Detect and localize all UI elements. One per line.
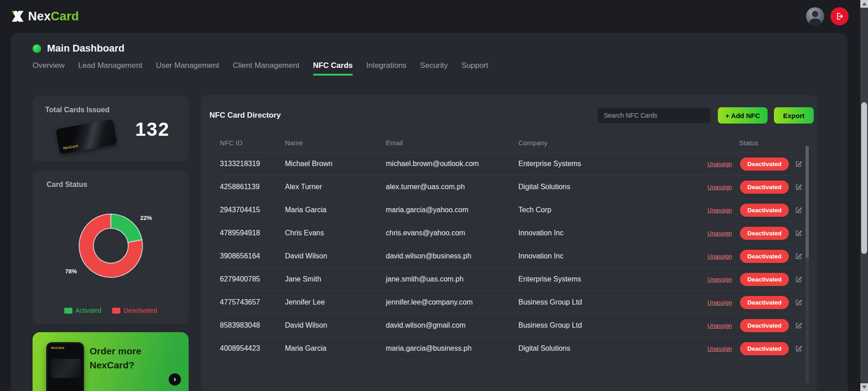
unassign-link[interactable]: Unassign	[707, 299, 732, 306]
order-more-promo-card[interactable]: NexCard Order more NexCard? ›	[33, 332, 189, 391]
edit-button[interactable]	[795, 183, 802, 191]
nav-tab[interactable]: Overview	[33, 61, 65, 76]
cell-actions: Unassign Deactivated	[707, 157, 802, 171]
table-row: 8583983048 David Wilson david.wilson@gma…	[220, 314, 797, 337]
directory-title: NFC Card Directory	[209, 111, 281, 120]
nfc-table: NFC ID Name Email Company Status 3133218…	[220, 134, 797, 360]
cell-company: Innovation Inc	[518, 252, 707, 260]
nav-tab[interactable]: User Management	[156, 61, 219, 76]
cell-name: Michael Brown	[285, 160, 386, 168]
unassign-link[interactable]: Unassign	[707, 253, 732, 260]
cell-company: Enterprise Systems	[518, 160, 707, 168]
window-scrollbar[interactable]	[860, 0, 868, 391]
scroll-up-button[interactable]	[860, 0, 868, 8]
page-title: Main Dashboard	[47, 43, 124, 54]
cell-company: Digital Solutions	[518, 183, 707, 191]
nav-tab[interactable]: Support	[461, 61, 489, 76]
donut-label-deactivated: 78%	[65, 268, 77, 275]
edit-pencil-icon	[795, 253, 802, 260]
status-badge: Deactivated	[740, 342, 789, 355]
cell-email: alex.turner@uas.com.ph	[386, 183, 518, 191]
edit-button[interactable]	[795, 206, 802, 214]
nav-tab[interactable]: Client Management	[232, 61, 299, 76]
edit-pencil-icon	[795, 160, 802, 168]
table-row: 6279400785 Jane Smith jane.smith@uas.com…	[220, 268, 797, 291]
donut-label-activated: 22%	[140, 215, 152, 221]
scrollbar-thumb[interactable]	[861, 102, 867, 254]
cell-name: Maria Garcia	[285, 206, 386, 214]
card-status-card: Card Status 22% 78% Activated Deactivate…	[33, 171, 189, 324]
unassign-link[interactable]: Unassign	[707, 161, 732, 167]
cell-nfc-id: 6279400785	[220, 275, 285, 283]
cell-nfc-id: 2943704415	[220, 206, 285, 214]
cell-company: Business Group Ltd	[518, 321, 707, 329]
cell-actions: Unassign Deactivated	[707, 227, 802, 240]
nav-tab[interactable]: Security	[420, 61, 448, 76]
export-button[interactable]: Export	[774, 107, 814, 124]
cell-name: Jennifer Lee	[285, 298, 386, 306]
card-status-donut-chart	[60, 195, 162, 297]
status-badge: Deactivated	[740, 227, 789, 240]
cell-name: Alex Turner	[285, 183, 386, 191]
status-badge: Deactivated	[740, 181, 789, 194]
cell-actions: Unassign Deactivated	[707, 250, 802, 263]
logout-button[interactable]	[830, 7, 849, 25]
cell-nfc-id: 3908656164	[220, 252, 285, 260]
add-nfc-button[interactable]: + Add NFC	[718, 107, 768, 124]
edit-pencil-icon	[795, 299, 802, 306]
page-header: Main Dashboard	[33, 43, 124, 54]
edit-button[interactable]	[795, 160, 802, 168]
edit-button[interactable]	[795, 253, 802, 260]
scroll-down-icon	[862, 386, 867, 389]
phone-screen-card	[51, 359, 81, 378]
nav-tab[interactable]: Integrations	[366, 61, 407, 76]
unassign-link[interactable]: Unassign	[707, 184, 732, 191]
edit-button[interactable]	[795, 345, 802, 353]
cell-email: jane.smith@uas.com.ph	[386, 275, 518, 283]
column-header-company: Company	[518, 139, 707, 147]
edit-button[interactable]	[795, 322, 802, 329]
table-row: 3908656164 David Wilson david.wilson@bus…	[220, 245, 797, 268]
unassign-link[interactable]: Unassign	[707, 276, 732, 283]
edit-button[interactable]	[795, 276, 802, 283]
column-header-status: Status	[707, 139, 797, 147]
cell-nfc-id: 8583983048	[220, 321, 285, 329]
table-scrollbar-thumb[interactable]	[806, 146, 809, 258]
cell-actions: Unassign Deactivated	[707, 181, 802, 194]
nexcard-logo-icon	[11, 10, 24, 23]
nav-tab[interactable]: Lead Management	[78, 61, 142, 76]
edit-pencil-icon	[795, 206, 802, 214]
cell-email: david.wilson@gmail.com	[386, 321, 518, 329]
total-cards-title: Total Cards Issued	[45, 106, 109, 114]
legend-swatch-activated	[64, 308, 72, 314]
cell-name: Chris Evans	[285, 229, 386, 237]
cell-nfc-id: 4258861139	[220, 183, 285, 191]
cell-email: michael.brown@outlook.com	[386, 160, 518, 168]
table-row: 4789594918 Chris Evans chris.evans@yahoo…	[220, 222, 797, 245]
user-avatar[interactable]	[806, 7, 824, 25]
status-badge: Deactivated	[740, 204, 789, 217]
cell-nfc-id: 4008954423	[220, 344, 285, 353]
edit-button[interactable]	[795, 299, 802, 306]
legend-swatch-deactivated	[112, 308, 120, 314]
brand-logo[interactable]: NexCard	[11, 10, 79, 24]
unassign-link[interactable]: Unassign	[707, 230, 732, 237]
cell-actions: Unassign Deactivated	[707, 342, 802, 355]
promo-arrow-button[interactable]: ›	[169, 373, 181, 386]
unassign-link[interactable]: Unassign	[707, 345, 732, 352]
total-cards-value: 132	[135, 119, 170, 140]
unassign-link[interactable]: Unassign	[707, 322, 732, 329]
promo-text: Order more NexCard?	[90, 344, 141, 372]
table-scrollbar[interactable]	[806, 146, 809, 383]
search-input[interactable]	[598, 108, 711, 123]
cell-email: maria.garcia@business.ph	[386, 344, 518, 353]
chevron-right-icon: ›	[174, 375, 176, 383]
status-badge: Deactivated	[740, 157, 789, 171]
table-header-row: NFC ID Name Email Company Status	[220, 134, 797, 153]
unassign-link[interactable]: Unassign	[707, 207, 732, 214]
edit-button[interactable]	[795, 229, 802, 237]
cell-email: maria.garcia@yahoo.com	[386, 206, 518, 214]
nav-tab[interactable]: NFC Cards	[313, 61, 353, 76]
table-row: 4008954423 Maria Garcia maria.garcia@bus…	[220, 337, 797, 360]
scroll-down-button[interactable]	[860, 383, 868, 391]
